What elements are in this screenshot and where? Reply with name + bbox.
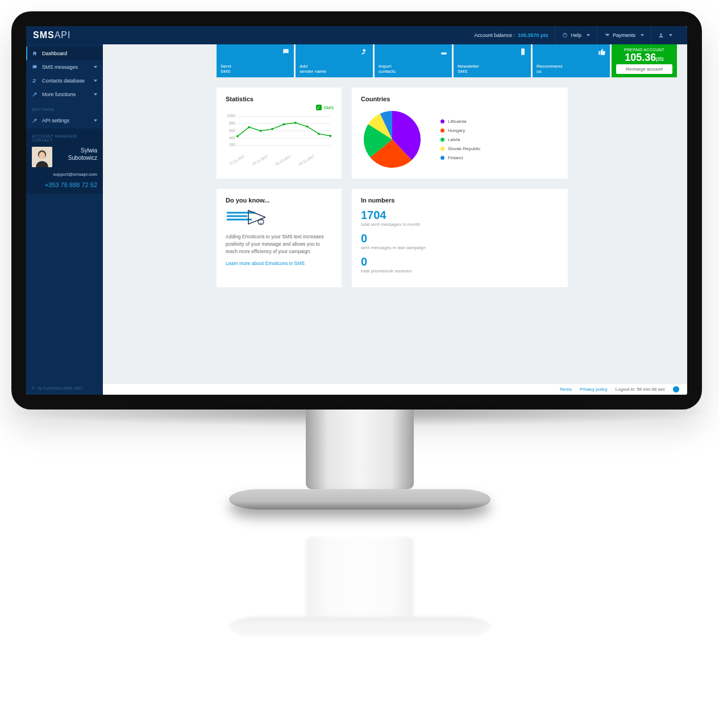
svg-point-24 [283, 123, 285, 126]
statistics-card: Statistics ✓ SMS 200400600800100027.11.2… [217, 88, 342, 179]
phone-icon [519, 48, 527, 56]
tile-add-sender-name[interactable]: Add sender name [296, 44, 373, 77]
svg-point-21 [248, 126, 250, 129]
svg-text:01.12.2017: 01.12.2017 [275, 154, 292, 166]
nav-api-settings[interactable]: API settings [26, 114, 103, 127]
copyright: © by ComVision 2004–2017 [26, 382, 103, 395]
tile-recommend-us[interactable]: Recommend us [533, 44, 610, 77]
legend-dot [440, 119, 444, 123]
prepaid-account-tile: PREPAID ACCOUNT 105.36pts Recharge accou… [612, 44, 677, 77]
tile-import-contacts[interactable]: Import contacts [375, 44, 452, 77]
number-value: 0 [361, 256, 559, 267]
number-block: 0total phonebook numbers [361, 256, 559, 274]
manager-last: Subotowicz [57, 154, 97, 162]
nav-label: More functions [42, 92, 76, 97]
payments-label: Payments [613, 32, 635, 38]
legend-item: Finland [440, 155, 480, 160]
legend-item: Slovak Republic [440, 146, 480, 151]
user-plus-icon [361, 48, 369, 56]
number-value: 0 [361, 233, 559, 244]
main: Account balance : 105.3570 pts Help Paym… [103, 26, 687, 395]
help-menu[interactable]: Help [555, 26, 597, 44]
account-balance: Account balance : 105.3570 pts [467, 26, 555, 44]
nav-label: Contacts database [42, 78, 85, 84]
nav-contacts-database[interactable]: Contacts database [26, 74, 103, 88]
legend-label: SMS [324, 105, 334, 110]
prepaid-label: PREPAID ACCOUNT [616, 48, 672, 52]
footer: Terms Privacy policy Logout in: 58 min 0… [103, 383, 687, 395]
user-menu[interactable] [651, 26, 679, 44]
legend-item: Hungary [440, 128, 480, 133]
legend-label: Hungary [448, 128, 465, 133]
recharge-button[interactable]: Recharge account [616, 64, 672, 74]
monitor-stand [229, 410, 491, 523]
svg-point-4 [39, 152, 45, 159]
chevron-down-icon [94, 93, 97, 96]
statistics-chart: 200400600800100027.11.201729.11.201701.1… [226, 113, 333, 164]
legend-label: Lithuania [448, 119, 466, 124]
svg-text:400: 400 [229, 136, 235, 140]
doyouknow-link[interactable]: Learn more about Emoticons in SMS [226, 260, 333, 266]
chevron-down-icon [641, 34, 644, 36]
brand-bar: SMSAPI [26, 26, 103, 44]
users-icon [32, 78, 38, 84]
manager-first: Sylwia [57, 147, 97, 154]
statistics-legend[interactable]: ✓ SMS [316, 105, 334, 110]
legend-dot [440, 129, 444, 133]
brand-sub: API [55, 30, 71, 40]
legend-item: Latvia [440, 137, 480, 142]
svg-text:1000: 1000 [227, 114, 235, 118]
chevron-down-icon [587, 34, 590, 36]
manager-phone[interactable]: +353 76 888 72 52 [32, 181, 97, 188]
wrench-icon [32, 92, 38, 97]
svg-point-9 [522, 54, 523, 55]
settings-heading: SETTINGS [26, 102, 103, 114]
user-icon [658, 32, 664, 38]
payments-menu[interactable]: Payments [597, 26, 651, 44]
chevron-down-icon [94, 80, 97, 82]
nav-sms-messages[interactable]: SMS messages [26, 60, 103, 74]
avatar [32, 147, 52, 167]
statistics-title: Statistics [226, 96, 333, 102]
tile-send-sms[interactable]: Send SMS [217, 44, 294, 77]
screen: SMSAPI Dashboard SMS messages Contacts d… [26, 26, 687, 395]
chat-icon [282, 48, 290, 56]
cart-icon [604, 32, 610, 38]
prepaid-amount: 105.36 [625, 52, 656, 63]
manager-name: Sylwia Subotowicz [57, 147, 97, 162]
legend-dot [440, 156, 444, 160]
svg-text:800: 800 [229, 121, 235, 125]
balance-value: 105.3570 pts [518, 32, 548, 38]
legend-label: Latvia [448, 137, 460, 142]
account-manager-card: ACCOUNT MANAGER CONTACT Sylwia Subotowic… [26, 129, 103, 194]
prepaid-units: pts [656, 56, 663, 62]
svg-text:29.11.2017: 29.11.2017 [251, 154, 269, 166]
privacy-link[interactable]: Privacy policy [580, 387, 608, 392]
number-label: total phonebook numbers [361, 268, 559, 274]
tile-label: Recommend us [537, 64, 606, 74]
nav-more-functions[interactable]: More functions [26, 88, 103, 101]
svg-point-0 [34, 79, 35, 81]
manager-email[interactable]: support@smsapi.com [32, 172, 97, 177]
svg-point-25 [294, 122, 297, 124]
content: Send SMS Add sender name Import contacts… [103, 44, 687, 383]
number-block: 0sent messages in last campaign [361, 233, 559, 250]
terms-link[interactable]: Terms [559, 387, 572, 392]
nav-label: SMS messages [42, 64, 78, 70]
checkbox-icon: ✓ [316, 105, 322, 110]
number-block: 1704total sent messages in month [361, 209, 559, 227]
tile-newsletter-sms[interactable]: Newsletter SMS [454, 44, 531, 77]
countries-legend: LithuaniaHungaryLatviaSlovak RepublicFin… [440, 119, 480, 160]
legend-dot [440, 138, 444, 142]
brand-logo: SMSAPI [33, 30, 70, 40]
action-tiles: Send SMS Add sender name Import contacts… [217, 44, 677, 77]
svg-text:27.11.2017: 27.11.2017 [228, 154, 246, 166]
legend-item: Lithuania [440, 119, 480, 124]
nav-dashboard[interactable]: Dashboard [26, 47, 103, 60]
number-label: total sent messages in month [361, 222, 559, 227]
countries-title: Countries [361, 96, 559, 102]
help-label: Help [571, 32, 581, 38]
doyouknow-card: Do you know... Adding Emoticons to your … [217, 189, 342, 287]
tile-label: Add sender name [300, 64, 369, 74]
tile-label: Newsletter SMS [458, 64, 527, 74]
